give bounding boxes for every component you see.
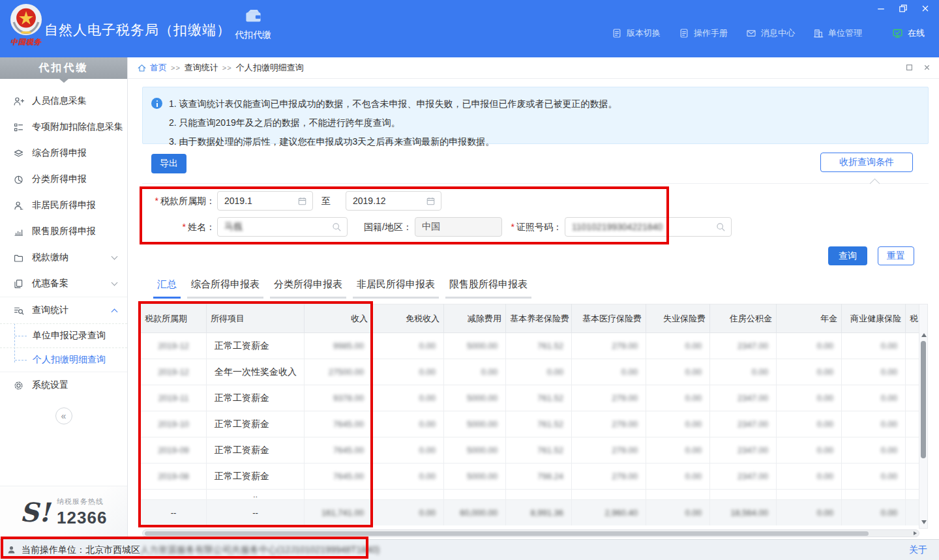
sidebar-group: 查询统计单位申报记录查询个人扣缴明细查询 bbox=[0, 297, 127, 372]
value-cell: 0.00 bbox=[777, 464, 842, 490]
sidebar-item-label: 限售股所得申报 bbox=[32, 226, 96, 237]
truncated-cell bbox=[906, 359, 919, 385]
about-link[interactable]: 关于 bbox=[909, 544, 927, 556]
value-cell: 5000.00 bbox=[444, 411, 506, 437]
tab-item[interactable]: 综合所得申报表 bbox=[187, 278, 263, 299]
tab-active[interactable]: 汇总 bbox=[153, 278, 181, 299]
name-input[interactable]: 马巍 bbox=[217, 217, 348, 237]
summary-value: 2,960.40 bbox=[572, 500, 646, 526]
period-cell: 2019-08 bbox=[141, 464, 207, 490]
search-icon[interactable] bbox=[331, 222, 342, 232]
value-cell: 279.00 bbox=[572, 437, 646, 464]
panel-maximize-icon[interactable] bbox=[905, 63, 914, 72]
search-icon[interactable] bbox=[715, 222, 726, 232]
sidebar-item[interactable]: 非居民所得申报 bbox=[0, 192, 127, 218]
value-cell: 7645.00 bbox=[305, 464, 372, 490]
calendar-icon[interactable] bbox=[426, 196, 436, 206]
value-cell: 9378.00 bbox=[305, 385, 372, 411]
item-cell: 正常工资薪金 bbox=[207, 333, 305, 359]
vertical-scroll-thumb[interactable] bbox=[921, 341, 926, 458]
column-header: 税款所属期 bbox=[141, 304, 207, 333]
minimize-button[interactable] bbox=[875, 3, 887, 14]
value-cell: 0.00 bbox=[444, 359, 506, 385]
notice-line: 2. 只能查询2019年及之后的数据，不能进行跨年度查询。 bbox=[169, 115, 618, 130]
restore-button[interactable] bbox=[897, 3, 909, 14]
partial-cell bbox=[646, 490, 710, 500]
summary-value: 8,991.36 bbox=[506, 500, 572, 526]
name-value: 马巍 bbox=[224, 221, 331, 233]
table-row[interactable]: 2019-11正常工资薪金9378.000.005000.00761.52279… bbox=[141, 385, 919, 411]
tab-item[interactable]: 限售股所得申报表 bbox=[445, 278, 531, 299]
value-cell: 0.00 bbox=[506, 359, 572, 385]
notice-line: 3. 由于数据处理的滞后性，建议您在申报成功3天之后再来查询最新的申报数据。 bbox=[169, 134, 618, 149]
copy-icon bbox=[13, 278, 24, 289]
header-link[interactable]: 单位管理 bbox=[813, 27, 862, 39]
online-label: 在线 bbox=[908, 27, 925, 39]
horizontal-scroll-thumb[interactable] bbox=[145, 531, 869, 536]
partial-cell bbox=[444, 490, 506, 500]
header-link[interactable]: 消息中心 bbox=[746, 27, 795, 39]
sidebar-item[interactable]: 专项附加扣除信息采集 bbox=[0, 114, 127, 140]
summary-value: 0.00 bbox=[646, 500, 710, 526]
value-cell: 0.00 bbox=[842, 385, 906, 411]
sidebar-item-label: 查询统计 bbox=[32, 304, 68, 316]
period-cell: 2019-11 bbox=[141, 385, 207, 411]
value-cell: 2347.00 bbox=[710, 385, 777, 411]
reset-button[interactable]: 重置 bbox=[878, 246, 914, 265]
scroll-down-icon[interactable] bbox=[921, 520, 927, 524]
summary-item: -- bbox=[207, 500, 305, 526]
breadcrumb-home[interactable]: 首页 bbox=[137, 62, 167, 74]
export-button[interactable]: 导出 bbox=[151, 154, 186, 173]
tab-item[interactable]: 非居民所得申报表 bbox=[353, 278, 439, 299]
partial-cell bbox=[710, 490, 777, 500]
table-row[interactable]: 2019-10正常工资薪金7645.000.005000.00761.52279… bbox=[141, 411, 919, 437]
value-cell: 0.00 bbox=[777, 385, 842, 411]
period-from-input[interactable]: 2019.1 bbox=[217, 191, 313, 211]
calendar-icon[interactable] bbox=[297, 196, 307, 206]
table-row[interactable]: 2019-12正常工资薪金9985.000.005000.00761.52279… bbox=[141, 333, 919, 359]
period-label: *税款所属期： bbox=[128, 196, 215, 207]
tab-item[interactable]: 分类所得申报表 bbox=[270, 278, 346, 299]
value-cell: 5000.00 bbox=[444, 437, 506, 464]
header-link[interactable]: 版本切换 bbox=[612, 27, 661, 39]
person-add-icon bbox=[13, 96, 24, 107]
scroll-right-icon[interactable] bbox=[914, 531, 917, 535]
value-cell: 7645.00 bbox=[305, 411, 372, 437]
sidebar-item-label: 专项附加扣除信息采集 bbox=[32, 121, 123, 133]
sidebar-item[interactable]: 综合所得申报 bbox=[0, 140, 127, 166]
table-row[interactable]: 2019-12全年一次性奖金收入27500.000.000.000.000.00… bbox=[141, 359, 919, 385]
collapse-query-button[interactable]: 收折查询条件 bbox=[820, 153, 913, 172]
name-label: *姓名： bbox=[128, 222, 215, 233]
close-button[interactable] bbox=[919, 3, 931, 14]
breadcrumb-item[interactable]: 查询统计 bbox=[185, 63, 218, 72]
query-button[interactable]: 查询 bbox=[828, 246, 867, 265]
vertical-scrollbar[interactable] bbox=[919, 304, 928, 529]
form-list-icon bbox=[13, 122, 24, 133]
sidebar-subitem[interactable]: 个人扣缴明细查询 bbox=[0, 347, 127, 372]
sidebar-item[interactable]: 系统设置 bbox=[0, 372, 127, 398]
sidebar-item[interactable]: 分类所得申报 bbox=[0, 166, 127, 192]
horizontal-scrollbar[interactable] bbox=[142, 529, 919, 537]
period-cell: 2019-10 bbox=[141, 411, 207, 437]
table-row[interactable]: 2019-08正常工资薪金7645.000.005000.00798.24279… bbox=[141, 464, 919, 490]
sidebar-item[interactable]: 查询统计 bbox=[0, 297, 127, 323]
sidebar-item[interactable]: 人员信息采集 bbox=[0, 88, 127, 114]
current-unit-text: 当前操作单位：北京市西城区人力资源服务有限公司共服务中心(12J10102199… bbox=[22, 544, 380, 556]
sidebar-collapse-button[interactable]: « bbox=[55, 407, 72, 424]
table-row[interactable]: 2019-09正常工资薪金7645.000.005000.00761.52279… bbox=[141, 437, 919, 464]
column-header: 免税收入 bbox=[372, 304, 444, 333]
id-input[interactable]: 110102199304221840 bbox=[565, 217, 732, 237]
tab-daikou-daijiao[interactable]: 代扣代缴 bbox=[226, 8, 280, 41]
sidebar-item[interactable]: 限售股所得申报 bbox=[0, 218, 127, 244]
period-to-input[interactable]: 2019.12 bbox=[346, 191, 441, 211]
sidebar-item[interactable]: 优惠备案 bbox=[0, 271, 127, 297]
summary-value: 0.00 bbox=[842, 500, 906, 526]
china-tax-emblem: 中国税务 bbox=[7, 3, 46, 47]
scroll-up-icon[interactable] bbox=[921, 333, 927, 337]
header-link[interactable]: 操作手册 bbox=[679, 27, 728, 39]
panel-close-icon[interactable] bbox=[923, 63, 931, 72]
value-cell: 0.00 bbox=[372, 411, 444, 437]
monitor-check-icon bbox=[892, 28, 903, 39]
sidebar-item[interactable]: 税款缴纳 bbox=[0, 244, 127, 271]
sidebar-subitem[interactable]: 单位申报记录查询 bbox=[0, 323, 127, 347]
